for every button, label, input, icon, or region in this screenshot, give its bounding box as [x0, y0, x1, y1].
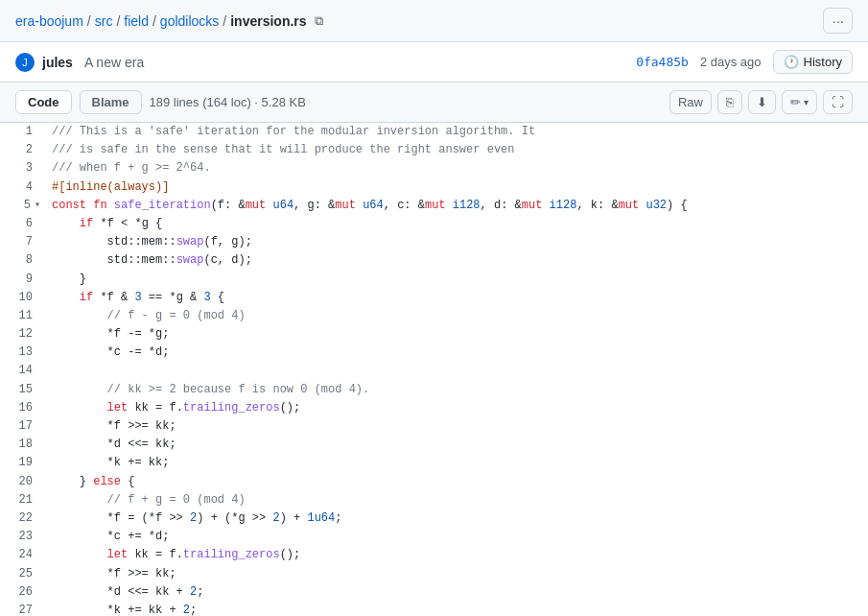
table-row: 21 // f + g = 0 (mod 4) — [0, 491, 868, 509]
table-row: 9 } — [0, 271, 868, 289]
edit-button[interactable]: ✏ ▾ — [782, 90, 817, 114]
line-code: *f >>= kk; — [48, 417, 868, 436]
file-info: 189 lines (164 loc) · 5.28 KB — [150, 95, 306, 109]
author-name: jules — [42, 55, 73, 70]
breadcrumb-repo[interactable]: era-boojum — [15, 13, 83, 29]
line-code: *k += kk + 2; — [48, 602, 868, 616]
commit-author: J jules A new era — [15, 53, 144, 72]
line-number[interactable]: 25 — [0, 565, 48, 583]
line-number[interactable]: 12 — [0, 325, 48, 344]
line-code: *k += kk; — [48, 454, 868, 472]
table-row: 22 *f = (*f >> 2) + (*g >> 2) + 1u64; — [0, 509, 868, 528]
table-row: 14 — [0, 362, 868, 380]
table-row: 20 } else { — [0, 473, 868, 491]
edit-chevron-icon: ▾ — [804, 97, 809, 107]
line-code: /// when f + g >= 2^64. — [48, 159, 868, 178]
history-label: History — [804, 55, 842, 69]
code-tab[interactable]: Code — [15, 90, 72, 114]
copy-raw-button[interactable]: ⎘ — [717, 90, 742, 114]
line-number[interactable]: 17 — [0, 417, 48, 436]
line-number[interactable]: 26 — [0, 583, 48, 602]
file-header-right: Raw ⎘ ⬇ ✏ ▾ ⛶ — [669, 90, 853, 114]
line-code: *f = (*f >> 2) + (*g >> 2) + 1u64; — [48, 509, 868, 528]
avatar: J — [15, 53, 35, 72]
line-number[interactable]: 21 — [0, 491, 48, 509]
expand-icon: ⛶ — [832, 95, 844, 109]
line-number[interactable]: 15 — [0, 381, 48, 399]
line-number[interactable]: 9 — [0, 271, 48, 289]
copy-path-icon[interactable]: ⧉ — [315, 13, 323, 29]
breadcrumb-field[interactable]: field — [124, 13, 149, 29]
edit-icon: ✏ — [790, 95, 801, 109]
line-number[interactable]: 27 — [0, 602, 48, 616]
line-number[interactable]: 3 — [0, 159, 48, 178]
line-number[interactable]: 23 — [0, 528, 48, 546]
line-number[interactable]: 20 — [0, 473, 48, 491]
line-number[interactable]: 7 — [0, 233, 48, 251]
line-code: // f - g = 0 (mod 4) — [48, 307, 868, 325]
line-code: std::mem::swap(f, g); — [48, 233, 868, 251]
line-number[interactable]: 5 ▾ — [0, 197, 48, 215]
table-row: 8 std::mem::swap(c, d); — [0, 251, 868, 270]
download-icon: ⬇ — [757, 95, 767, 109]
expand-button[interactable]: ⛶ — [823, 90, 853, 114]
table-row: 23 *c += *d; — [0, 528, 868, 546]
history-button[interactable]: 🕐 History — [773, 50, 853, 74]
line-code: *f -= *g; — [48, 325, 868, 344]
table-row: 26 *d <<= kk + 2; — [0, 583, 868, 602]
file-header-left: Code Blame 189 lines (164 loc) · 5.28 KB — [15, 90, 306, 114]
line-number[interactable]: 4 — [0, 178, 48, 197]
line-code: const fn safe_iteration(f: &mut u64, g: … — [48, 197, 868, 215]
line-number[interactable]: 1 — [0, 123, 48, 141]
line-number[interactable]: 6 — [0, 215, 48, 233]
line-code: /// is safe in the sense that it will pr… — [48, 141, 868, 159]
commit-bar: J jules A new era 0fa485b 2 days ago 🕐 H… — [0, 42, 868, 83]
line-code: *d <<= kk; — [48, 436, 868, 454]
table-row: 16 let kk = f.trailing_zeros(); — [0, 399, 868, 417]
commit-hash[interactable]: 0fa485b — [636, 55, 689, 69]
table-row: 19 *k += kk; — [0, 454, 868, 472]
table-row: 24 let kk = f.trailing_zeros(); — [0, 546, 868, 564]
table-row: 10 if *f & 3 == *g & 3 { — [0, 289, 868, 307]
commit-message: A new era — [84, 55, 144, 70]
table-row: 18 *d <<= kk; — [0, 436, 868, 454]
blame-tab[interactable]: Blame — [80, 90, 142, 114]
line-number[interactable]: 24 — [0, 546, 48, 564]
line-code: #[inline(always)] — [48, 178, 868, 197]
line-number[interactable]: 18 — [0, 436, 48, 454]
line-number[interactable]: 10 — [0, 289, 48, 307]
table-row: 12 *f -= *g; — [0, 325, 868, 344]
line-number[interactable]: 16 — [0, 399, 48, 417]
line-code — [48, 362, 868, 380]
table-row: 25 *f >>= kk; — [0, 565, 868, 583]
raw-button[interactable]: Raw — [669, 90, 712, 114]
line-number[interactable]: 14 — [0, 362, 48, 380]
line-code: } — [48, 271, 868, 289]
line-code: let kk = f.trailing_zeros(); — [48, 546, 868, 564]
line-code: if *f < *g { — [48, 215, 868, 233]
table-row: 7 std::mem::swap(f, g); — [0, 233, 868, 251]
line-number[interactable]: 11 — [0, 307, 48, 325]
line-code: if *f & 3 == *g & 3 { — [48, 289, 868, 307]
line-number[interactable]: 2 — [0, 141, 48, 159]
table-row: 5 ▾ const fn safe_iteration(f: &mut u64,… — [0, 197, 868, 215]
line-code: /// This is a 'safe' iteration for the m… — [48, 123, 868, 141]
line-number[interactable]: 19 — [0, 454, 48, 472]
download-button[interactable]: ⬇ — [748, 90, 776, 114]
code-area: 1 /// This is a 'safe' iteration for the… — [0, 123, 868, 616]
breadcrumb: era-boojum / src / field / goldilocks / … — [15, 13, 323, 29]
commit-meta: 0fa485b 2 days ago 🕐 History — [636, 50, 853, 74]
line-number[interactable]: 13 — [0, 344, 48, 362]
table-row: 3 /// when f + g >= 2^64. — [0, 159, 868, 178]
file-header: Code Blame 189 lines (164 loc) · 5.28 KB… — [0, 83, 868, 123]
breadcrumb-goldilocks[interactable]: goldilocks — [160, 13, 219, 29]
more-options-button[interactable]: ··· — [823, 8, 853, 34]
code-table: 1 /// This is a 'safe' iteration for the… — [0, 123, 868, 616]
line-code: *c += *d; — [48, 528, 868, 546]
line-number[interactable]: 8 — [0, 251, 48, 270]
breadcrumb-src[interactable]: src — [95, 13, 113, 29]
table-row: 1 /// This is a 'safe' iteration for the… — [0, 123, 868, 141]
page-wrapper: era-boojum / src / field / goldilocks / … — [0, 0, 868, 616]
history-clock-icon: 🕐 — [784, 55, 799, 69]
line-number[interactable]: 22 — [0, 509, 48, 528]
